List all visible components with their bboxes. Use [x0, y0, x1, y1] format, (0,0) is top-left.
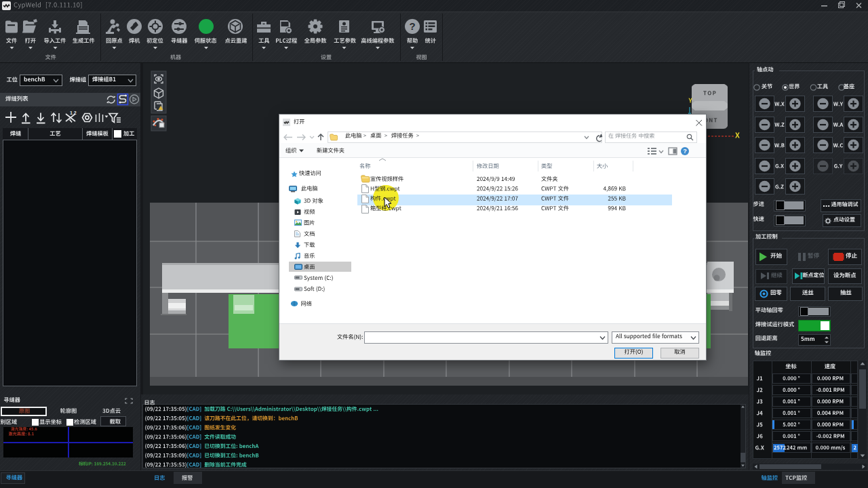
- svg-text:?: ?: [683, 148, 687, 155]
- svg-text:?: ?: [409, 20, 415, 32]
- svg-text:1 2: 1 2: [70, 110, 77, 115]
